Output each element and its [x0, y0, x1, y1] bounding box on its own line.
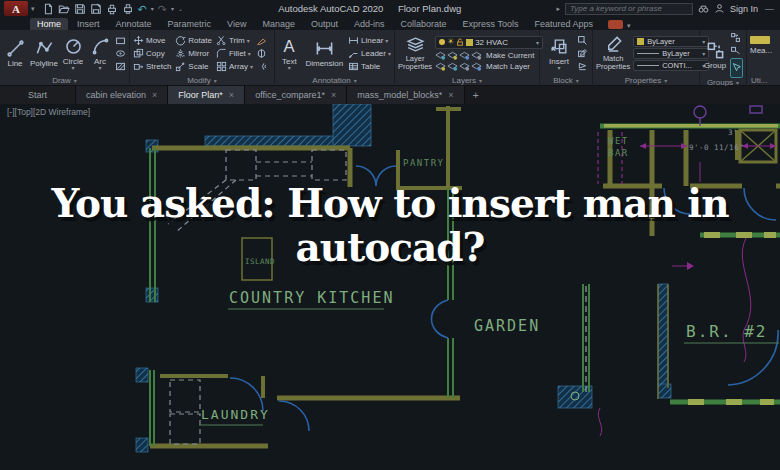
trim-tool[interactable]: Trim▾ [216, 35, 253, 46]
connected-app-icon[interactable] [608, 20, 623, 29]
copy-tool[interactable]: Copy [133, 48, 171, 59]
properties-panel-expander[interactable]: Properties ▾ [593, 74, 699, 86]
insert-block-tool[interactable]: Insert ▾ [544, 37, 574, 70]
logo-menu-caret-icon[interactable]: ▾ [31, 5, 35, 13]
draw-panel-expander[interactable]: Draw ▾ [0, 74, 129, 86]
layer-select-dropdown[interactable]: ☀ 32 HVAC ▾ [435, 36, 543, 49]
tab-view[interactable]: View [220, 18, 253, 30]
edit-attributes-icon[interactable] [577, 48, 588, 59]
search-binoculars-icon[interactable] [698, 3, 709, 14]
erase-icon[interactable] [256, 35, 267, 46]
ungroup-icon[interactable] [730, 32, 741, 43]
linetype-dropdown[interactable]: CONTI... ▾ [633, 60, 709, 71]
plot-icon[interactable] [106, 3, 118, 15]
fillet-caret-icon[interactable]: ▾ [248, 50, 251, 57]
close-tab-icon[interactable]: × [152, 90, 157, 100]
sign-in-button[interactable]: Sign In [730, 4, 758, 14]
tab-parametric[interactable]: Parametric [161, 18, 219, 30]
search-expand-icon[interactable]: ▸ [556, 5, 560, 13]
leader-tool[interactable]: Leader▾ [348, 48, 391, 59]
help-search-input[interactable] [565, 3, 693, 15]
edit-block-icon[interactable] [577, 35, 588, 46]
object-color-dropdown[interactable]: ByLayer ▾ [633, 36, 709, 47]
file-tab-floor-plan[interactable]: Floor Plan* × [168, 86, 245, 104]
make-current-tool[interactable]: Make Current [435, 51, 543, 60]
tab-express-tools[interactable]: Express Tools [456, 18, 526, 30]
explode-icon[interactable] [256, 48, 267, 59]
drawing-area[interactable]: [-][Top][2D Wireframe] [0, 104, 780, 470]
dimension-tool[interactable]: Dimension [304, 39, 345, 68]
file-tab-office-compare[interactable]: office_compare1* × [245, 86, 347, 104]
tab-output[interactable]: Output [304, 18, 345, 30]
rectangle-icon[interactable] [115, 35, 126, 46]
app-caret-icon[interactable]: ▾ [627, 22, 631, 30]
close-tab-icon[interactable]: × [448, 90, 453, 100]
utilities-panel-expander[interactable]: Uti... [747, 74, 780, 86]
group-tool[interactable]: Group [703, 41, 727, 70]
tab-home[interactable]: Home [30, 18, 68, 30]
line-tool[interactable]: Line [3, 39, 27, 68]
undo-icon[interactable]: ↶ [138, 4, 147, 14]
close-tab-icon[interactable]: × [331, 90, 336, 100]
hatch-icon[interactable] [115, 61, 126, 72]
block-attributes-icon[interactable] [577, 61, 588, 72]
redo-icon[interactable]: ↷ [158, 4, 167, 14]
tab-annotate[interactable]: Annotate [109, 18, 159, 30]
file-tab-mass-model-blocks[interactable]: mass_model_blocks* × [347, 86, 464, 104]
new-drawing-tab-button[interactable]: + [465, 86, 487, 104]
file-tab-start[interactable]: Start [0, 86, 76, 104]
arc-tool[interactable]: Arc ▾ [88, 37, 112, 70]
text-caret-icon[interactable]: ▾ [288, 67, 291, 70]
array-caret-icon[interactable]: ▾ [250, 63, 253, 70]
modify-panel-expander[interactable]: Modify ▾ [130, 74, 274, 86]
scale-tool[interactable]: Scale [175, 61, 212, 72]
circle-caret-icon[interactable]: ▾ [72, 67, 75, 70]
linear-caret-icon[interactable]: ▾ [385, 37, 388, 44]
undo-caret-icon[interactable]: ▾ [151, 5, 154, 12]
arc-caret-icon[interactable]: ▾ [99, 67, 102, 70]
stretch-tool[interactable]: Stretch [133, 61, 171, 72]
file-tab-cabin-elevation[interactable]: cabin elevation × [76, 86, 168, 104]
new-file-icon[interactable] [42, 3, 54, 15]
tab-add-ins[interactable]: Add-ins [347, 18, 392, 30]
close-tab-icon[interactable]: × [229, 90, 234, 100]
fillet-tool[interactable]: Fillet▾ [216, 48, 253, 59]
polyline-tool[interactable]: Polyline [30, 39, 58, 68]
mirror-tool[interactable]: Mirror [175, 48, 212, 59]
tab-featured-apps[interactable]: Featured Apps [527, 18, 600, 30]
save-icon[interactable] [74, 3, 86, 15]
offset-icon[interactable] [256, 61, 267, 72]
array-tool[interactable]: Array▾ [216, 61, 253, 72]
trim-caret-icon[interactable]: ▾ [247, 37, 250, 44]
ellipse-icon[interactable] [115, 48, 126, 59]
circle-tool[interactable]: Circle ▾ [61, 37, 85, 70]
match-properties-tool[interactable]: Match Properties [596, 35, 630, 71]
table-tool[interactable]: Table [348, 61, 391, 72]
autocad-logo-icon[interactable]: A [4, 1, 28, 16]
block-panel-expander[interactable]: Block ▾ [540, 74, 592, 86]
group-selection-icon[interactable] [731, 62, 742, 73]
tab-collaborate[interactable]: Collaborate [394, 18, 454, 30]
redo-caret-icon[interactable]: ▾ [171, 5, 174, 12]
match-layer-tool[interactable]: Match Layer [435, 62, 543, 71]
qat-customize-icon[interactable]: ⌄ [178, 5, 183, 12]
insert-caret-icon[interactable]: ▾ [557, 67, 560, 70]
move-tool[interactable]: Move [133, 35, 171, 46]
text-tool[interactable]: A Text ▾ [278, 37, 301, 70]
viewport-controls[interactable]: [-][Top][2D Wireframe] [7, 107, 90, 117]
user-icon[interactable] [714, 3, 725, 14]
linear-tool[interactable]: Linear▾ [348, 35, 391, 46]
save-as-icon[interactable] [90, 3, 102, 15]
group-edit-icon[interactable] [730, 45, 741, 56]
print-icon[interactable] [122, 3, 134, 15]
tab-manage[interactable]: Manage [255, 18, 302, 30]
layers-panel-expander[interactable]: Layers ▾ [395, 74, 539, 86]
rotate-tool[interactable]: Rotate [175, 35, 212, 46]
leader-caret-icon[interactable]: ▾ [388, 50, 391, 57]
measure-icon[interactable] [750, 36, 770, 44]
layer-properties-tool[interactable]: Layer Properties [398, 35, 432, 71]
lineweight-dropdown[interactable]: ByLayer ▾ [633, 48, 709, 59]
open-folder-icon[interactable] [58, 3, 70, 15]
annotation-panel-expander[interactable]: Annotation ▾ [275, 74, 394, 86]
tab-insert[interactable]: Insert [70, 18, 107, 30]
